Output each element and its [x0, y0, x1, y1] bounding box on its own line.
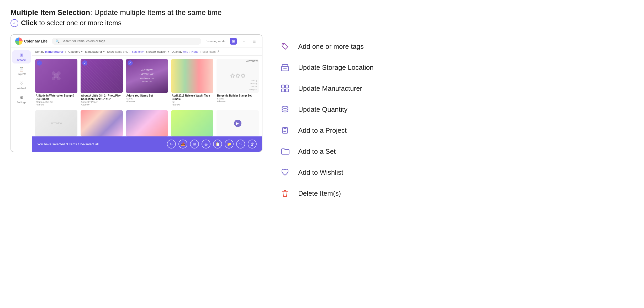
sidebar-label-projects: Projects: [17, 73, 26, 76]
product-card-5[interactable]: ALTENEW ✿✿✿ happybirthdayspecialcongrats: [217, 59, 259, 107]
settings-icon: ⚙: [20, 95, 23, 100]
sidebar-label-settings: Settings: [17, 101, 26, 104]
sort-label: Sort by: [35, 50, 44, 53]
action-tag-button[interactable]: 🏷: [167, 140, 176, 148]
action-delete-button[interactable]: 🗑: [248, 140, 257, 148]
app-search-bar[interactable]: 🔍: [52, 38, 201, 45]
product-grid: ✓ A Study in Watercolor Stamp & Die Bund…: [32, 56, 262, 110]
app-body: ⊞ Browse 📋 Projects ♡ Wishlist ⚙ Setting…: [11, 48, 262, 152]
search-input[interactable]: [62, 39, 198, 43]
sort-filter[interactable]: Sort by Manufacturer ∨: [35, 50, 66, 53]
product-card-4[interactable]: April 2019 Release Washi Tape Bundle Kit…: [171, 59, 213, 107]
sidebar-item-browse[interactable]: ⊞ Browse: [12, 50, 31, 63]
manufacturer-filter[interactable]: Manufacturer ∨: [85, 50, 105, 53]
filter-bar: Sort by Manufacturer ∨ Category ∨ Manufa…: [32, 48, 262, 56]
product-card-stub-3[interactable]: [126, 110, 168, 136]
product-type-5: Stamp: [217, 97, 258, 100]
reset-label: Reset filters: [200, 50, 216, 53]
list-view-button[interactable]: ≡: [240, 38, 247, 45]
title-bold: Multiple Item Selection: [10, 8, 90, 17]
product-name-5: Bergenia Builder Stamp Set: [217, 94, 258, 97]
svg-point-3: [52, 77, 55, 80]
product-brand-5: Altenew: [217, 100, 258, 103]
product-card-3[interactable]: ALTENEW I Adore You you inspire me Thank…: [126, 59, 168, 107]
qty-any[interactable]: Any: [183, 50, 188, 53]
svg-rect-7: [282, 85, 284, 88]
app-container: Color My Life 🔍 Browsing mode: ⊞ ≡ ☰ ⊞ B…: [10, 34, 262, 152]
action-project-button[interactable]: 📋: [213, 140, 222, 148]
product-selected-badge-2: ✓: [82, 60, 87, 66]
sidebar-item-settings[interactable]: ⚙ Settings: [12, 93, 31, 106]
subtitle-rest: to select one or more items: [37, 19, 122, 27]
product-selected-badge-1: ✓: [37, 60, 42, 66]
projects-icon: 📋: [19, 67, 24, 72]
product-image-4: [171, 59, 213, 93]
category-filter[interactable]: Category ∨: [68, 50, 83, 53]
action-item-storage: Update Storage Location: [278, 61, 634, 74]
product-type-3: Stamp: [126, 97, 168, 100]
product-type-2: Specialty Paper: [81, 101, 122, 103]
product-card-stub-2[interactable]: [81, 110, 123, 136]
action-storage-button[interactable]: 📥: [178, 140, 187, 148]
app-header: Color My Life 🔍 Browsing mode: ⊞ ≡ ☰: [11, 35, 262, 48]
svg-rect-9: [282, 89, 284, 92]
subtitle-text: Click to select one or more items: [21, 19, 122, 27]
page-subtitle: ✓ Click to select one or more items: [10, 19, 634, 27]
product-card-stub-1[interactable]: ALTENEW: [35, 110, 77, 136]
sort-chevron-icon: ∨: [64, 50, 66, 53]
sort-value: Manufacturer: [45, 50, 64, 53]
show-sep: /: [130, 50, 130, 53]
action-wishlist-button[interactable]: ♡: [236, 140, 245, 148]
reset-filters-button[interactable]: Reset filters ↺: [200, 50, 219, 53]
svg-rect-8: [286, 85, 288, 88]
browse-icon: ⊞: [20, 52, 23, 57]
product-card-stub-5[interactable]: ▶: [217, 110, 259, 136]
sidebar-item-wishlist[interactable]: ♡ Wishlist: [12, 79, 31, 92]
product-card-1[interactable]: ✓ A Study in Watercolor Stamp & Die Bund…: [35, 59, 77, 107]
action-label-set: Add to a Set: [298, 147, 336, 156]
product-brand-1: Altenew: [36, 103, 77, 106]
product-brand-2: Altenew: [81, 103, 122, 106]
actions-panel: Add one or more tags Update Storage Loca…: [278, 34, 634, 213]
show-sets[interactable]: Sets only: [132, 50, 144, 53]
sidebar-label-browse: Browse: [17, 59, 26, 61]
action-label-manufacturer: Update Manufacturer: [298, 84, 362, 93]
qty-sep: /: [189, 50, 190, 53]
reset-icon: ↺: [217, 50, 219, 53]
svg-point-11: [282, 106, 288, 108]
product-card-stub-4[interactable]: [171, 110, 213, 136]
sidebar-item-projects[interactable]: 📋 Projects: [12, 65, 31, 78]
action-set-button[interactable]: 📁: [225, 140, 234, 148]
svg-point-1: [52, 71, 55, 75]
product-selected-badge-3: ✓: [128, 60, 133, 66]
action-item-manufacturer: Update Manufacturer: [278, 82, 634, 95]
compact-view-button[interactable]: ☰: [251, 38, 258, 45]
action-label-delete: Delete Item(s): [298, 189, 341, 198]
content-area: Sort by Manufacturer ∨ Category ∨ Manufa…: [32, 48, 262, 152]
action-item-tags: Add one or more tags: [278, 40, 634, 53]
product-info-5: Bergenia Builder Stamp Set Stamp Altenew: [217, 93, 259, 104]
action-quantity-button[interactable]: ◎: [202, 140, 210, 148]
selection-status-text[interactable]: You have selected 3 items / De-select al…: [37, 142, 99, 146]
product-grid-row2: ALTENEW ▶: [32, 110, 262, 136]
storage-chevron-icon: ∨: [167, 50, 169, 53]
product-card-2[interactable]: ✓ About A Little Girl 2 - PhotoPlay Coll…: [81, 59, 123, 107]
storage-icon: [278, 61, 292, 74]
svg-point-5: [283, 44, 284, 45]
storage-filter[interactable]: Storage location ∨: [146, 50, 170, 53]
product-type-1: Stamp & Die Set: [36, 101, 77, 103]
qty-none[interactable]: None: [191, 50, 198, 53]
bottom-action-bar: You have selected 3 items / De-select al…: [32, 136, 262, 152]
subtitle-bold: Click: [21, 19, 37, 27]
show-items[interactable]: Items only: [115, 50, 128, 53]
product-brand-4: Altenew: [172, 103, 213, 106]
search-icon: 🔍: [55, 39, 60, 43]
show-filter: Show Items only / Sets only: [107, 50, 144, 53]
product-info-4: April 2019 Release Washi Tape Bundle Kit…: [171, 93, 213, 107]
action-item-project: Add to a Project: [278, 124, 634, 137]
app-sidebar: ⊞ Browse 📋 Projects ♡ Wishlist ⚙ Setting…: [11, 48, 32, 152]
bottom-actions-group: 🏷 📥 ⊞ ◎ 📋 📁 ♡ 🗑: [167, 140, 257, 148]
action-manufacturer-button[interactable]: ⊞: [190, 140, 199, 148]
grid-view-button[interactable]: ⊞: [230, 38, 237, 45]
page-header: Multiple Item Selection: Update multiple…: [10, 8, 634, 27]
